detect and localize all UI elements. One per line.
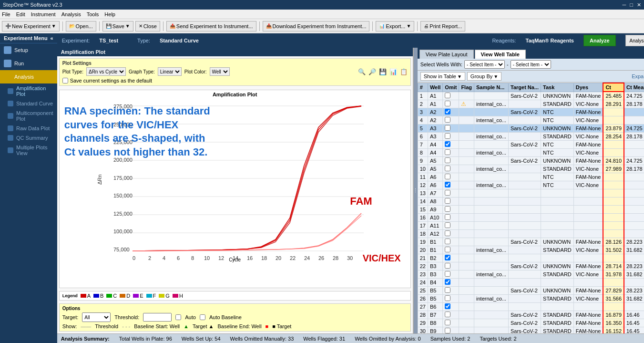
zoom-in-icon[interactable]: 🔍 xyxy=(358,68,366,75)
cell-omit[interactable] xyxy=(443,294,459,302)
table-row[interactable]: 2A1⚠internal_co...STANDARDVIC-None28.291… xyxy=(418,100,644,108)
table-row[interactable]: 19B1Sars-CoV-2UNKNOWNFAM-None28.12628.22… xyxy=(418,238,644,246)
table-row[interactable]: 18A12 xyxy=(418,229,644,238)
table-icon[interactable]: 📋 xyxy=(400,68,408,75)
cell-omit[interactable] xyxy=(443,140,459,148)
table-row[interactable]: 21B2 xyxy=(418,254,644,262)
table-row[interactable]: 28B7Sars-CoV-2STANDARDFAM-None16.87916.4… xyxy=(418,311,644,319)
cell-omit[interactable] xyxy=(443,148,459,156)
col-ct[interactable]: Ct xyxy=(603,83,624,92)
table-row[interactable]: 25B5Sars-CoV-2UNKNOWNFAM-None27.82928.22… xyxy=(418,286,644,294)
menu-help[interactable]: Help xyxy=(104,11,115,17)
print-report-btn[interactable]: 🖨 Print Report... xyxy=(420,21,465,31)
cell-omit[interactable] xyxy=(443,132,459,140)
close-btn[interactable]: ✕ xyxy=(637,2,641,8)
menu-analysis[interactable]: Analysis xyxy=(61,11,81,17)
download-from-instrument-btn[interactable]: 📥 Download Experiment from Instrument... xyxy=(263,21,370,31)
cell-omit[interactable] xyxy=(443,302,459,311)
cell-omit[interactable] xyxy=(443,278,459,286)
show-in-table-btn[interactable]: Show in Table ▼ xyxy=(420,72,465,81)
table-row[interactable]: 24B4 xyxy=(418,278,644,286)
table-row[interactable]: 17A11 xyxy=(418,221,644,229)
save-default-checkbox[interactable] xyxy=(62,78,68,83)
plot-type-select[interactable]: ΔRn vs Cycle xyxy=(86,67,126,76)
select-wells-dropdown-1[interactable]: - Select Item - xyxy=(464,60,505,69)
save-chart-icon[interactable]: 💾 xyxy=(379,68,387,75)
table-row[interactable]: 6A3internal_co...STANDARDVIC-None28.2542… xyxy=(418,132,644,140)
cell-omit[interactable] xyxy=(443,108,459,116)
cell-omit[interactable] xyxy=(443,100,459,108)
cell-omit[interactable] xyxy=(443,238,459,246)
cell-omit[interactable] xyxy=(443,254,459,262)
table-row[interactable]: 9A5Sars-CoV-2UNKNOWNFAM-None24.81024.725… xyxy=(418,156,644,165)
table-row[interactable]: 20B1internal_co...STANDARDVIC-None31.502… xyxy=(418,246,644,254)
sidebar-item-analysis[interactable]: Analysis xyxy=(0,70,57,83)
table-row[interactable]: 4A2internal_co...NTCVIC-None xyxy=(418,116,644,124)
table-row[interactable]: 7A4Sars-CoV-2NTCFAM-None xyxy=(418,140,644,148)
col-omit[interactable]: Omit xyxy=(443,83,459,92)
col-task[interactable]: Task xyxy=(541,83,574,92)
col-well[interactable]: Well xyxy=(428,83,442,92)
table-row[interactable]: 30B9Sars-CoV-2STANDARDFAM-None16.15216.4… xyxy=(418,327,644,333)
new-experiment-btn[interactable]: ➕ New Experiment ▼ xyxy=(2,21,60,31)
table-row[interactable]: 29B8Sars-CoV-2STANDARDFAM-None16.35016.4… xyxy=(418,319,644,327)
auto-baseline-checkbox[interactable] xyxy=(200,314,205,320)
cell-omit[interactable] xyxy=(443,319,459,327)
cell-omit[interactable] xyxy=(443,165,459,173)
threshold-input[interactable] xyxy=(143,313,172,322)
cell-omit[interactable] xyxy=(443,173,459,181)
col-num[interactable]: # xyxy=(418,83,428,92)
zoom-out-icon[interactable]: 🔎 xyxy=(368,68,376,75)
cell-omit[interactable] xyxy=(443,92,459,100)
analyze-btn[interactable]: Analyze xyxy=(583,35,616,46)
tab-view-well-table[interactable]: View Well Table xyxy=(475,50,526,59)
col-flag[interactable]: Flag xyxy=(459,83,474,92)
analysis-settings-btn[interactable]: Analysis Settings xyxy=(625,35,644,46)
table-row[interactable]: 3A2Sars-CoV-2NTCFAM-None xyxy=(418,108,644,116)
table-row[interactable]: 12A6internal_co...NTCVIC-None xyxy=(418,181,644,189)
menu-edit[interactable]: Edit xyxy=(16,11,25,17)
col-dyes[interactable]: Dyes xyxy=(573,83,603,92)
cell-omit[interactable] xyxy=(443,124,459,132)
send-to-instrument-btn[interactable]: 📤 Send Experiment to Instrument... xyxy=(166,21,256,31)
table-row[interactable]: 22B3Sars-CoV-2UNKNOWNFAM-None28.71428.22… xyxy=(418,262,644,270)
table-row[interactable]: 13A7 xyxy=(418,189,644,197)
plot-color-select[interactable]: Well xyxy=(210,67,230,76)
close-btn[interactable]: ✕ Close xyxy=(135,21,160,31)
table-row[interactable]: 1A1Sars-CoV-2UNKNOWNFAM-None25.48524.725… xyxy=(418,92,644,100)
minimize-btn[interactable]: ─ xyxy=(623,2,626,8)
data-table-container[interactable]: # Well Omit Flag Sample N... Target Na..… xyxy=(418,83,644,333)
divider-handle[interactable]: ⋮ xyxy=(414,48,418,333)
cell-omit[interactable] xyxy=(443,286,459,294)
cell-omit[interactable] xyxy=(443,197,459,205)
window-controls[interactable]: ─ □ ✕ xyxy=(623,2,641,8)
cell-omit[interactable] xyxy=(443,213,459,221)
table-row[interactable]: 14A8 xyxy=(418,197,644,205)
table-row[interactable]: 11A6NTCFAM-None xyxy=(418,173,644,181)
cell-omit[interactable] xyxy=(443,221,459,229)
cell-omit[interactable] xyxy=(443,270,459,278)
cell-omit[interactable] xyxy=(443,189,459,197)
table-row[interactable]: 8A4internal_co...NTCVIC-None xyxy=(418,148,644,156)
target-select[interactable]: All xyxy=(82,312,111,322)
table-row[interactable]: 27B6 xyxy=(418,302,644,311)
menu-instrument[interactable]: Instrument xyxy=(31,11,56,17)
cell-omit[interactable] xyxy=(443,229,459,238)
sidebar-item-amplification-plot[interactable]: Amplification Plot xyxy=(4,83,57,99)
sidebar-item-multicomponent-plot[interactable]: Multicomponent Plot xyxy=(4,108,57,124)
cell-omit[interactable] xyxy=(443,246,459,254)
export-btn[interactable]: 📊 Export... ▼ xyxy=(376,21,414,31)
maximize-btn[interactable]: □ xyxy=(630,2,633,8)
sidebar-item-run[interactable]: Run xyxy=(0,57,57,70)
sidebar-item-raw-data-plot[interactable]: Raw Data Plot xyxy=(4,124,57,133)
cell-omit[interactable] xyxy=(443,327,459,333)
tab-view-plate-layout[interactable]: View Plate Layout xyxy=(419,50,474,59)
table-row[interactable]: 16A10 xyxy=(418,213,644,221)
cell-omit[interactable] xyxy=(443,262,459,270)
open-btn[interactable]: 📂 Open... xyxy=(66,21,96,31)
table-row[interactable]: 15A9 xyxy=(418,205,644,213)
col-ct-mean[interactable]: Ct Mean xyxy=(624,83,644,92)
save-btn[interactable]: 💾 Save ▼ xyxy=(102,21,133,31)
table-row[interactable]: 26B5internal_co...STANDARDVIC-None31.566… xyxy=(418,294,644,302)
sidebar-item-qc-summary[interactable]: QC Summary xyxy=(4,133,57,143)
